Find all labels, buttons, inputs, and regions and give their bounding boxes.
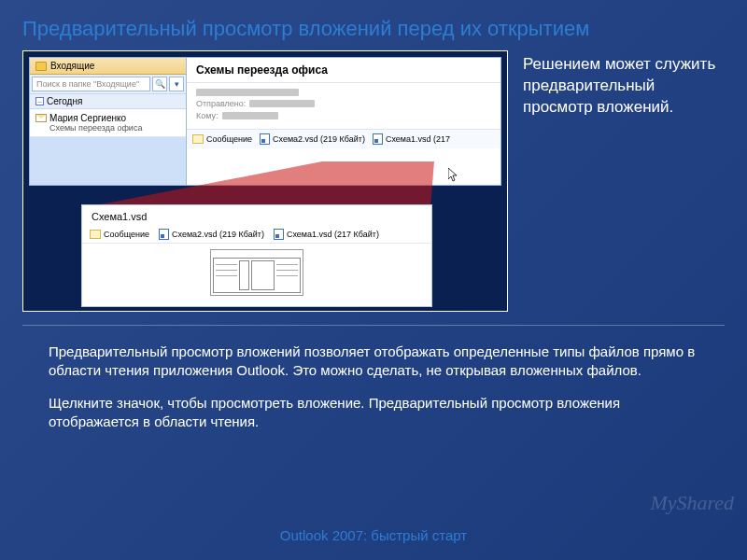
floorplan-diagram bbox=[210, 249, 303, 296]
visio-icon bbox=[274, 229, 284, 240]
attachment-message-label: Сообщение bbox=[206, 134, 252, 144]
attachment-bar: Сообщение Схема2.vsd (219 Кбайт) Схема1.… bbox=[187, 129, 500, 148]
inbox-header[interactable]: Входящие bbox=[30, 58, 186, 75]
to-placeholder bbox=[222, 112, 278, 119]
attachment-preview-panel: Схема1.vsd Сообщение Схема2.vsd (219 Кба… bbox=[81, 204, 432, 307]
screenshot-area: Входящие Поиск в папке "Входящие" 🔍 ▾ – … bbox=[22, 50, 508, 312]
content-row: Входящие Поиск в папке "Входящие" 🔍 ▾ – … bbox=[0, 50, 747, 312]
attachment-1[interactable]: Схема2.vsd (219 Кбайт) bbox=[260, 133, 365, 145]
attachment-1-label: Схема2.vsd (219 Кбайт) bbox=[273, 134, 365, 144]
body-text: Предварительный просмотр вложений позвол… bbox=[22, 325, 725, 431]
search-row: Поиск в папке "Входящие" 🔍 ▾ bbox=[30, 75, 186, 93]
sent-label: Отправлено: bbox=[196, 99, 246, 108]
preview-att-2-label: Схема1.vsd (217 Кбайт) bbox=[287, 230, 379, 239]
message-sender-row: Мария Сергиенко bbox=[35, 113, 180, 123]
message-item[interactable]: Мария Сергиенко Схемы переезда офиса bbox=[30, 109, 186, 137]
sender-placeholder bbox=[196, 89, 299, 96]
attachment-message[interactable]: Сообщение bbox=[192, 134, 252, 144]
body-paragraph-1: Предварительный просмотр вложений позвол… bbox=[49, 343, 698, 381]
slide-title: Предварительный просмотр вложений перед … bbox=[0, 0, 747, 50]
preview-att-message-label: Сообщение bbox=[104, 230, 149, 239]
today-label: Сегодня bbox=[47, 96, 82, 106]
watermark: MyShared bbox=[650, 491, 734, 515]
preview-att-1-label: Схема2.vsd (219 Кбайт) bbox=[172, 230, 264, 239]
outlook-window: Входящие Поиск в папке "Входящие" 🔍 ▾ – … bbox=[29, 57, 501, 186]
inbox-label: Входящие bbox=[50, 61, 94, 71]
side-paragraph: Решением может служить предварительный п… bbox=[523, 50, 725, 312]
search-input[interactable]: Поиск в папке "Входящие" bbox=[32, 77, 150, 91]
magnifier-icon: 🔍 bbox=[155, 79, 165, 89]
visio-icon bbox=[260, 133, 270, 145]
reading-pane: Схемы переезда офиса Отправлено: Кому: bbox=[187, 58, 500, 185]
reading-pane-title: Схемы переезда офиса bbox=[187, 58, 500, 83]
folder-icon bbox=[35, 62, 47, 71]
sent-placeholder bbox=[249, 100, 315, 107]
preview-att-2[interactable]: Схема1.vsd (217 Кбайт) bbox=[274, 229, 379, 240]
message-subject: Схемы переезда офиса bbox=[35, 123, 180, 133]
collapse-icon[interactable]: – bbox=[35, 97, 44, 105]
message-icon bbox=[90, 230, 101, 239]
slide-footer: Outlook 2007: быстрый старт bbox=[0, 527, 747, 543]
preview-attachment-bar: Сообщение Схема2.vsd (219 Кбайт) Схема1.… bbox=[82, 226, 431, 244]
search-button[interactable]: 🔍 bbox=[152, 77, 167, 91]
envelope-icon bbox=[35, 114, 47, 122]
attachment-2[interactable]: Схема1.vsd (217 bbox=[373, 133, 450, 145]
attachment-2-label: Схема1.vsd (217 bbox=[386, 134, 450, 144]
message-sender: Мария Сергиенко bbox=[49, 113, 126, 123]
visio-icon bbox=[159, 229, 169, 240]
message-icon bbox=[192, 134, 204, 144]
search-dropdown[interactable]: ▾ bbox=[169, 77, 184, 91]
preview-title: Схема1.vsd bbox=[82, 205, 431, 226]
date-group-today[interactable]: – Сегодня bbox=[30, 93, 186, 109]
preview-body bbox=[82, 244, 431, 301]
body-paragraph-2: Щелкните значок, чтобы просмотреть вложе… bbox=[49, 394, 698, 432]
message-list-pane: Входящие Поиск в папке "Входящие" 🔍 ▾ – … bbox=[30, 58, 187, 185]
reading-pane-meta: Отправлено: Кому: bbox=[187, 83, 500, 129]
preview-att-message[interactable]: Сообщение bbox=[90, 229, 149, 240]
visio-icon bbox=[373, 133, 383, 145]
to-label: Кому: bbox=[196, 111, 218, 120]
preview-att-1[interactable]: Схема2.vsd (219 Кбайт) bbox=[159, 229, 264, 240]
chevron-down-icon: ▾ bbox=[175, 79, 179, 89]
